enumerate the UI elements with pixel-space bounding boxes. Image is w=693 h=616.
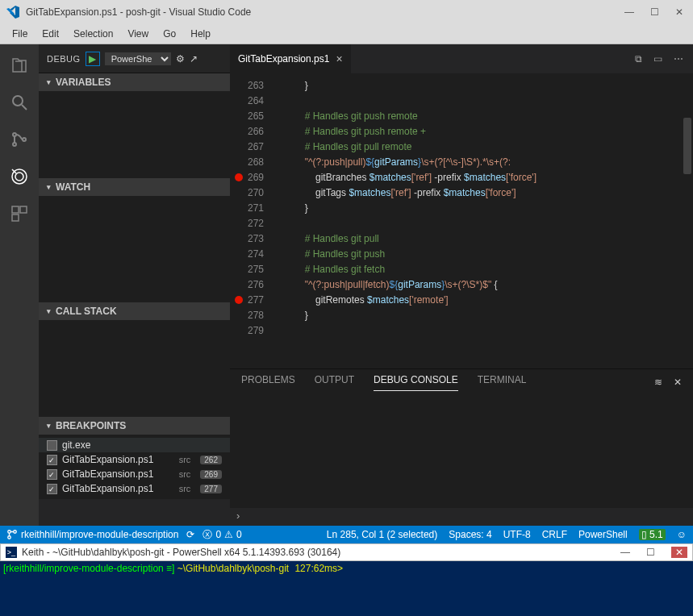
more-icon[interactable]: ⋯ [674,53,683,65]
close-panel-icon[interactable]: ✕ [674,377,682,388]
svg-point-6 [15,173,23,181]
close-icon[interactable]: ✕ [675,6,683,18]
checkbox-icon[interactable] [47,440,57,451]
callstack-body [39,320,230,417]
tab-output[interactable]: OUTPUT [315,374,354,390]
checkbox-icon[interactable] [47,469,57,480]
status-feedback-icon[interactable]: ☺ [677,529,687,540]
svg-point-13 [14,531,17,534]
breakpoints-header[interactable]: ▾BREAKPOINTS [39,417,230,435]
bottom-panel: PROBLEMS OUTPUT DEBUG CONSOLE TERMINAL ≋… [230,368,693,526]
breakpoint-item[interactable]: GitTabExpansion.ps1src277 [39,481,230,496]
powershell-window-title: Keith - ~\GitHub\dahlbyk\posh-git - Powe… [22,547,340,558]
breakpoint-item[interactable]: GitTabExpansion.ps1src262 [39,452,230,467]
main-area: DEBUG ▶ PowerShe ⚙ ↗ ▾VARIABLES ▾WATCH ▾… [0,44,693,526]
bp-line: 277 [200,485,222,493]
bp-line: 269 [200,470,222,479]
code-editor[interactable]: 2632642652662672682692702712722732742752… [230,73,693,368]
start-debug-button[interactable]: ▶ [86,52,100,66]
status-lang[interactable]: PowerShell [578,529,628,540]
menu-view[interactable]: View [122,27,154,41]
variables-header[interactable]: ▾VARIABLES [39,73,230,91]
ps-minimize-icon[interactable]: — [620,547,630,558]
scm-icon[interactable] [8,128,31,151]
bp-name: git.exe [62,439,90,451]
minimize-icon[interactable]: — [624,6,634,18]
tab-title: GitTabExpansion.ps1 [238,53,329,65]
svg-point-4 [23,138,26,141]
vscode-icon [6,6,19,19]
powershell-terminal[interactable]: [rkeithhill/improve-module-description ≡… [0,561,693,616]
checkbox-icon[interactable] [47,484,57,494]
debug-label: DEBUG [47,54,81,64]
tab-problems[interactable]: PROBLEMS [241,374,295,390]
window-titlebar: GitTabExpansion.ps1 - posh-git - Visual … [0,0,693,24]
variables-body [39,91,230,178]
checkbox-icon[interactable] [47,455,57,465]
status-problems[interactable]: ⓧ0 ⚠0 [202,528,241,542]
debug-sidebar: DEBUG ▶ PowerShe ⚙ ↗ ▾VARIABLES ▾WATCH ▾… [39,44,230,526]
tab-terminal[interactable]: TERMINAL [478,374,527,390]
svg-point-2 [13,133,16,136]
menu-edit[interactable]: Edit [36,27,65,41]
explorer-icon[interactable] [8,54,31,77]
status-encoding[interactable]: UTF-8 [503,529,531,540]
tab-debug-console[interactable]: DEBUG CONSOLE [374,374,458,391]
breakpoint-dot-icon[interactable] [235,296,243,304]
debug-console-body[interactable] [230,395,693,508]
open-launch-icon[interactable]: ↗ [190,53,198,65]
svg-rect-9 [20,206,27,213]
status-branch[interactable]: rkeithhill/improve-module-description [6,529,178,540]
split-editor-icon[interactable]: ⧉ [635,53,642,65]
tab-active[interactable]: GitTabExpansion.ps1 × [230,44,351,73]
svg-point-11 [8,531,11,534]
extensions-icon[interactable] [8,202,31,225]
debug-icon[interactable] [8,165,31,188]
bp-src: src [179,469,191,479]
activity-bar [0,44,39,526]
status-lncol[interactable]: Ln 285, Col 1 (2 selected) [327,529,437,540]
sync-icon[interactable]: ⟳ [186,529,194,540]
svg-point-0 [13,96,23,106]
breakpoint-item[interactable]: GitTabExpansion.ps1src269 [39,467,230,481]
tab-close-icon[interactable]: × [336,52,342,65]
editor-scrollbar[interactable] [682,73,693,368]
editor-layout-icon[interactable]: ▭ [653,53,662,65]
clear-console-icon[interactable]: ≋ [654,377,662,388]
bp-name: GitTabExpansion.ps1 [62,454,153,465]
debug-header: DEBUG ▶ PowerShe ⚙ ↗ [39,44,230,73]
bp-line: 262 [200,456,222,464]
svg-line-1 [22,105,27,110]
status-eol[interactable]: CRLF [542,529,567,540]
bp-name: GitTabExpansion.ps1 [62,483,153,494]
debug-config-select[interactable]: PowerShe [105,52,171,65]
svg-point-12 [8,536,11,539]
menu-go[interactable]: Go [157,27,182,41]
callstack-header[interactable]: ▾CALL STACK [39,302,230,320]
maximize-icon[interactable]: ☐ [650,6,659,18]
statusbar: rkeithhill/improve-module-description ⟳ … [0,526,693,543]
bp-name: GitTabExpansion.ps1 [62,468,153,480]
menu-selection[interactable]: Selection [68,27,119,41]
breakpoint-item[interactable]: git.exe [39,438,230,452]
svg-point-3 [13,143,16,146]
svg-rect-8 [12,206,19,213]
search-icon[interactable] [8,91,31,114]
menu-file[interactable]: File [6,27,33,41]
menubar: File Edit Selection View Go Help [0,24,693,44]
panel-tabs: PROBLEMS OUTPUT DEBUG CONSOLE TERMINAL ≋… [230,369,693,395]
watch-header[interactable]: ▾WATCH [39,178,230,196]
editor-area: GitTabExpansion.ps1 × ⧉ ▭ ⋯ 263264265266… [230,44,693,526]
watch-body [39,196,230,302]
bp-src: src [179,484,191,493]
status-spaces[interactable]: Spaces: 4 [449,529,491,540]
gear-icon[interactable]: ⚙ [176,53,185,65]
editor-tabbar: GitTabExpansion.ps1 × ⧉ ▭ ⋯ [230,44,693,73]
status-psver[interactable]: ▯ 5.1 [639,529,666,540]
menu-help[interactable]: Help [185,27,216,41]
ps-close-icon[interactable]: ✕ [671,547,687,558]
breakpoint-dot-icon[interactable] [235,173,243,181]
ps-maximize-icon[interactable]: ☐ [646,547,655,558]
svg-rect-10 [12,214,19,221]
debug-console-input[interactable]: › [230,508,693,526]
